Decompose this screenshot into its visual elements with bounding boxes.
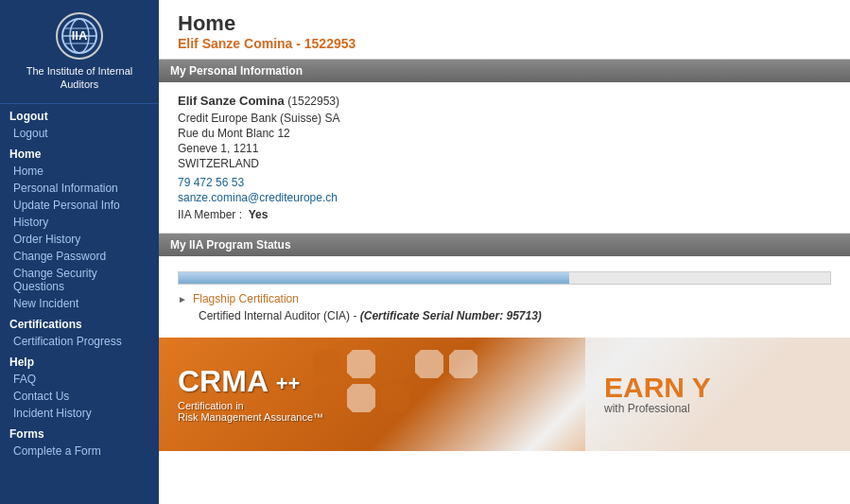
crma-banner: CRMA ++ Certification inRisk Management … (159, 338, 850, 451)
address-line3: SWITZERLAND (178, 157, 831, 170)
nav-faq[interactable]: FAQ (0, 371, 159, 388)
person-name: Elif Sanze Comina (1522953) (178, 94, 831, 108)
nav-section-certifications: Certifications Certification Progress (0, 312, 159, 350)
progress-bar-fill (179, 272, 569, 284)
nav-update-personal-info[interactable]: Update Personal Info (0, 197, 159, 214)
nav-section-help: Help FAQ Contact Us Incident History (0, 350, 159, 422)
org-name: The Institute of Internal Auditors (9, 64, 149, 92)
logo-area: IIA The Institute of Internal Auditors (0, 0, 159, 104)
nav-header-logout: Logout (0, 104, 159, 125)
nav-order-history[interactable]: Order History (0, 231, 159, 248)
nav-history[interactable]: History (0, 214, 159, 231)
puzzle-piece-4 (415, 350, 443, 378)
cert-name: Certified Internal Auditor (CIA) (199, 309, 350, 322)
person-name-text: Elif Sanze Comina (178, 94, 285, 108)
address-line1: Rue du Mont Blanc 12 (178, 127, 831, 140)
person-id: (1522953) (287, 95, 339, 108)
earn-area: EARN Y with Professional (585, 338, 850, 451)
puzzle-piece-2 (347, 350, 375, 378)
member-status: IIA Member : Yes (178, 208, 831, 221)
puzzle-piece-8 (381, 384, 409, 412)
puzzle-piece-7 (347, 384, 375, 412)
email-link[interactable]: sanze.comina@crediteurope.ch (178, 191, 831, 204)
page-subtitle: Elif Sanze Comina - 1522953 (178, 36, 831, 51)
nav-section-forms: Forms Complete a Form (0, 422, 159, 460)
crma-plus-icon: ++ (276, 372, 301, 395)
address-line2: Geneve 1, 1211 (178, 142, 831, 155)
personal-info-header: My Personal Information (159, 60, 850, 82)
flagship-cert-row: ► Flagship Certification (178, 292, 831, 305)
earn-title: EARN Y (604, 374, 711, 402)
cert-arrow-icon: ► (178, 294, 187, 304)
nav-new-incident[interactable]: New Incident (0, 295, 159, 312)
nav-home[interactable]: Home (0, 163, 159, 180)
earn-subtitle: with Professional (604, 402, 690, 415)
cert-detail: Certified Internal Auditor (CIA) - (Cert… (178, 309, 831, 322)
nav-personal-information[interactable]: Personal Information (0, 180, 159, 197)
sidebar: IIA The Institute of Internal Auditors L… (0, 0, 159, 504)
nav-incident-history[interactable]: Incident History (0, 405, 159, 422)
company-name: Credit Europe Bank (Suisse) SA (178, 112, 831, 125)
nav-certification-progress[interactable]: Certification Progress (0, 333, 159, 350)
nav-complete-a-form[interactable]: Complete a Form (0, 443, 159, 460)
nav-change-password[interactable]: Change Password (0, 248, 159, 265)
member-value: Yes (249, 208, 269, 221)
nav-contact-us[interactable]: Contact Us (0, 388, 159, 405)
nav-header-home: Home (0, 142, 159, 163)
nav-change-security-questions[interactable]: Change Security Questions (0, 265, 159, 295)
main-content: Home Elif Sanze Comina - 1522953 My Pers… (159, 0, 850, 504)
nav-header-certifications: Certifications (0, 312, 159, 333)
cert-serial: (Certificate Serial Number: 95713) (360, 309, 542, 322)
nav-section-logout: Logout Logout (0, 104, 159, 142)
puzzle-piece-5 (449, 350, 477, 378)
svg-text:IIA: IIA (72, 28, 88, 43)
page-title: Home (178, 11, 831, 36)
crma-title-text: CRMA (178, 364, 268, 398)
program-status-header: My IIA Program Status (159, 234, 850, 256)
puzzle-piece-3 (381, 350, 409, 378)
crma-subtitle: Certification inRisk Management Assuranc… (178, 400, 323, 423)
crma-title: CRMA ++ (178, 366, 323, 396)
nav-header-help: Help (0, 350, 159, 371)
progress-bar-container (178, 271, 831, 285)
cert-separator: - (353, 309, 359, 322)
cert-section-label: Flagship Certification (193, 292, 299, 305)
member-label: IIA Member : (178, 208, 242, 221)
nav-logout[interactable]: Logout (0, 125, 159, 142)
page-header: Home Elif Sanze Comina - 1522953 (159, 0, 850, 60)
crma-text-area: CRMA ++ Certification inRisk Management … (159, 352, 342, 437)
personal-info-section: Elif Sanze Comina (1522953) Credit Europ… (159, 82, 850, 234)
program-status-section: ► Flagship Certification Certified Inter… (159, 256, 850, 330)
nav-section-home: Home Home Personal Information Update Pe… (0, 142, 159, 312)
iia-logo-icon: IIA (56, 12, 103, 60)
phone-number: 79 472 56 53 (178, 176, 831, 189)
nav-header-forms: Forms (0, 422, 159, 443)
